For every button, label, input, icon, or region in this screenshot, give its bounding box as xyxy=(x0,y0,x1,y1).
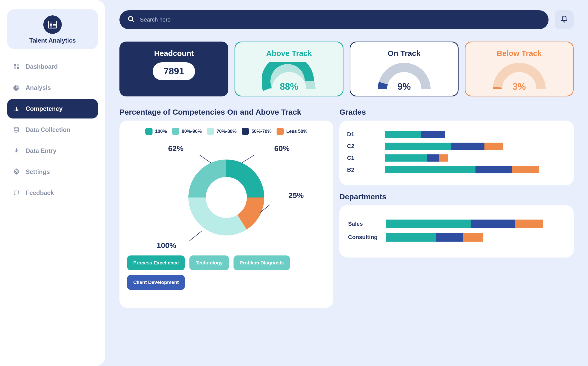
svg-point-13 xyxy=(129,17,133,21)
brand-title: Talent Analytics xyxy=(10,37,95,44)
main: Headcount 7891 Above Track 88% On Track … xyxy=(105,0,588,366)
legend-item: 80%-90% xyxy=(172,128,202,135)
svg-rect-7 xyxy=(14,64,16,66)
brand-icon xyxy=(43,15,62,34)
sidebar-item-label: Competency xyxy=(26,105,63,112)
sidebar-item-dashboard[interactable]: Dashboard xyxy=(7,57,98,76)
svg-line-15 xyxy=(242,155,255,163)
kpi-on-value: 9% xyxy=(377,81,431,92)
bar-label: Sales xyxy=(348,221,381,227)
kpi-above-track: Above Track 88% xyxy=(235,42,343,96)
bell-icon xyxy=(560,15,568,24)
pill-problem-diagnosis[interactable]: Problem Diagnosis xyxy=(234,255,290,270)
sidebar-item-label: Analysis xyxy=(26,84,51,91)
pill-client-development[interactable]: Client Development xyxy=(127,275,185,290)
bar-row: Sales xyxy=(348,220,565,228)
dashboard-icon xyxy=(13,63,20,70)
brand: Talent Analytics xyxy=(7,9,98,49)
sidebar-item-competency[interactable]: Competency xyxy=(7,99,98,118)
kpi-headcount: Headcount 7891 xyxy=(119,42,228,96)
card-departments: SalesConsulting xyxy=(339,205,574,258)
kpi-below-title: Below Track xyxy=(471,49,568,58)
sidebar-item-label: Dashboard xyxy=(26,63,58,70)
section-title-grades: Grades xyxy=(339,108,366,116)
svg-rect-9 xyxy=(14,67,16,69)
svg-line-18 xyxy=(189,231,202,241)
kpi-headcount-value: 7891 xyxy=(153,62,195,80)
legend-item: 70%-80% xyxy=(207,128,237,135)
bar-label: Consulting xyxy=(348,234,381,241)
donut-label-25: 25% xyxy=(288,191,304,200)
kpi-above-title: Above Track xyxy=(240,49,338,58)
sidebar-item-data-collection[interactable]: Data Collection xyxy=(7,120,98,140)
svg-line-14 xyxy=(132,20,134,22)
kpi-above-value: 88% xyxy=(262,81,316,92)
bar-label: C2 xyxy=(347,143,380,150)
sidebar: Talent Analytics DashboardAnalysisCompet… xyxy=(0,0,105,366)
database-icon xyxy=(13,126,20,133)
bar-label: D1 xyxy=(347,131,380,138)
sidebar-item-label: Data Entry xyxy=(26,147,56,154)
svg-rect-10 xyxy=(17,67,19,69)
svg-rect-8 xyxy=(17,64,19,66)
donut-label-100: 100% xyxy=(157,241,176,250)
kpi-on-title: On Track xyxy=(356,49,453,58)
nav: DashboardAnalysisCompetencyData Collecti… xyxy=(7,57,98,203)
departments-chart: SalesConsulting xyxy=(348,220,565,242)
donut-legend: 100%80%-90%70%-80%50%-70%Less 50% xyxy=(127,128,326,135)
competency-pills: Process ExcellenceTechnologyProblem Diag… xyxy=(127,255,326,290)
bar-row: Consulting xyxy=(348,233,565,242)
chat-icon xyxy=(13,189,20,196)
kpi-row: Headcount 7891 Above Track 88% On Track … xyxy=(119,42,574,96)
kpi-below-track: Below Track 3% xyxy=(465,42,574,96)
notifications-button[interactable] xyxy=(555,10,574,29)
barchart-icon xyxy=(13,105,20,112)
donut-label-60: 60% xyxy=(274,144,290,153)
legend-item: 50%-70% xyxy=(242,128,271,135)
bar-row: B2 xyxy=(347,166,566,173)
card-grades: D1C2C1B2 xyxy=(339,121,574,185)
legend-item: 100% xyxy=(145,128,167,135)
gear-icon xyxy=(13,168,20,175)
donut-label-62: 62% xyxy=(168,144,184,153)
pill-technology[interactable]: Technology xyxy=(189,255,229,270)
search-input[interactable] xyxy=(140,16,540,23)
sidebar-item-settings[interactable]: Settings xyxy=(7,162,98,182)
svg-point-2 xyxy=(50,26,52,27)
download-icon xyxy=(13,147,20,154)
legend-item: Less 50% xyxy=(277,128,307,135)
kpi-headcount-title: Headcount xyxy=(125,49,222,58)
sidebar-item-data-entry[interactable]: Data Entry xyxy=(7,141,98,161)
card-competencies: 100%80%-90%70%-80%50%-70%Less 50% 62% 60… xyxy=(119,121,333,308)
svg-point-12 xyxy=(16,171,17,173)
sidebar-item-label: Settings xyxy=(26,168,50,175)
sidebar-item-label: Data Collection xyxy=(26,126,70,133)
sidebar-item-feedback[interactable]: Feedback xyxy=(7,183,98,203)
section-title-departments: Departments xyxy=(339,192,574,201)
top-bar xyxy=(119,10,574,29)
sidebar-item-label: Feedback xyxy=(26,189,54,196)
grades-chart: D1C2C1B2 xyxy=(347,131,566,173)
sidebar-item-analysis[interactable]: Analysis xyxy=(7,78,98,97)
bar-row: C1 xyxy=(347,154,566,162)
pill-process-excellence[interactable]: Process Excellence xyxy=(127,255,185,270)
kpi-on-track: On Track 9% xyxy=(350,42,459,96)
kpi-below-value: 3% xyxy=(492,81,546,92)
search-bar[interactable] xyxy=(119,10,549,29)
bar-row: C2 xyxy=(347,143,566,150)
svg-line-16 xyxy=(199,155,211,163)
bar-label: B2 xyxy=(347,166,380,173)
svg-point-11 xyxy=(14,127,18,129)
piechart-icon xyxy=(13,84,20,91)
bar-row: D1 xyxy=(347,131,566,138)
donut-chart: 62% 60% 25% 100% xyxy=(127,141,326,254)
svg-point-1 xyxy=(50,23,52,25)
bar-label: C1 xyxy=(347,155,380,161)
search-icon xyxy=(128,16,135,24)
